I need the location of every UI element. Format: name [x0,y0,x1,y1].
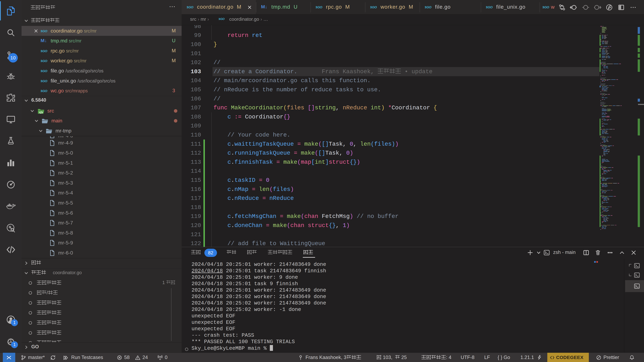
svg-text:GO: GO [372,5,377,9]
svg-text:GO: GO [544,5,549,9]
svg-text:GO: GO [317,5,322,9]
svg-text:GO: GO [220,17,225,20]
svg-text:GO: GO [188,5,193,9]
svg-text:GO: GO [42,79,47,83]
svg-text:GO: GO [42,69,47,73]
svg-text:GO: GO [488,5,492,9]
svg-text:GO: GO [42,59,47,63]
svg-text:GO: GO [42,29,47,33]
svg-text:GO: GO [42,49,47,53]
svg-text:GO: GO [426,5,431,9]
svg-text:GO: GO [42,89,47,93]
